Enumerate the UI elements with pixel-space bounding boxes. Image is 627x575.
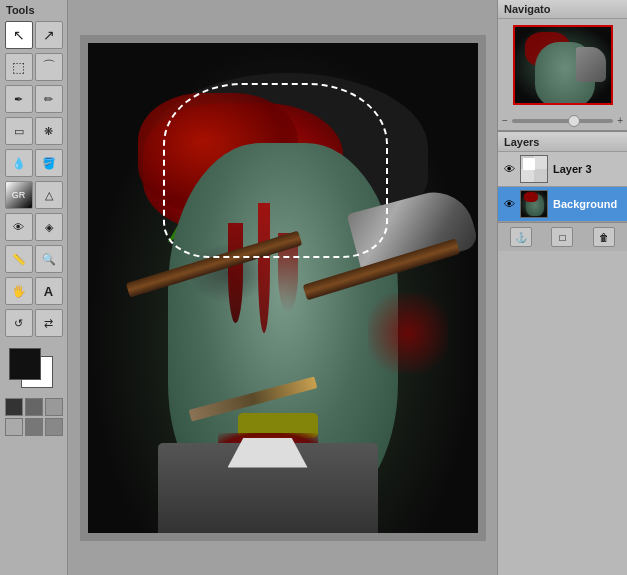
- layer-new-button[interactable]: □: [551, 227, 573, 247]
- layers-title: Layers: [498, 132, 627, 152]
- thumb-detail: [576, 47, 606, 82]
- tools-title: Tools: [2, 4, 35, 16]
- text-tool[interactable]: A: [35, 277, 63, 305]
- layers-actions-bar: ⚓ □ 🗑: [498, 222, 627, 251]
- tool-grid: [5, 398, 63, 436]
- canvas-container: [80, 35, 486, 541]
- zoom-in-tool[interactable]: 🔍: [35, 245, 63, 273]
- gradient-tool[interactable]: GR: [5, 181, 33, 209]
- blood-drip-2: [258, 203, 270, 333]
- navigator-section: Navigato − +: [498, 0, 627, 132]
- tool-row-10: ↺ ⇄: [4, 308, 64, 338]
- right-wound: [368, 293, 448, 373]
- tool-row-6: GR △: [4, 180, 64, 210]
- layer-anchor-button[interactable]: ⚓: [510, 227, 532, 247]
- brush-tool[interactable]: ✒: [5, 85, 33, 113]
- layer-name-layer3: Layer 3: [553, 163, 592, 175]
- path-tool[interactable]: △: [35, 181, 63, 209]
- rotate-tool[interactable]: ↺: [5, 309, 33, 337]
- canvas[interactable]: [88, 43, 478, 533]
- pencil-tool[interactable]: ✏: [35, 85, 63, 113]
- main-canvas-area: [68, 0, 497, 575]
- tools-panel: Tools ↖ ↗ ⬚ ⌒ ✒ ✏ ▭ ❋ 💧 🪣 GR △ 👁 ◈ 📏 🔍 🖐…: [0, 0, 68, 575]
- layer-item-layer3[interactable]: 👁 Layer 3: [498, 152, 627, 187]
- zoom-slider[interactable]: [512, 119, 613, 123]
- arrow-tool[interactable]: ↗: [35, 21, 63, 49]
- grid-item-3[interactable]: [45, 398, 63, 416]
- clone-tool[interactable]: ❋: [35, 117, 63, 145]
- tool-row-7: 👁 ◈: [4, 212, 64, 242]
- navigator-title: Navigato: [498, 0, 627, 19]
- lasso-tool[interactable]: ⌒: [35, 53, 63, 81]
- zoom-slider-thumb[interactable]: [568, 115, 580, 127]
- tool-row-9: 🖐 A: [4, 276, 64, 306]
- layer-name-background: Background: [553, 198, 617, 210]
- fill-tool[interactable]: 🪣: [35, 149, 63, 177]
- eraser-tool[interactable]: ▭: [5, 117, 33, 145]
- blood-drip-1: [228, 223, 243, 323]
- grid-item-1[interactable]: [5, 398, 23, 416]
- layer-eye-layer3[interactable]: 👁: [502, 162, 516, 176]
- move-tool[interactable]: ↖: [5, 21, 33, 49]
- navigator-thumbnail: [513, 25, 613, 105]
- tool-row-2: ⬚ ⌒: [4, 52, 64, 82]
- dodge-tool[interactable]: ◈: [35, 213, 63, 241]
- grid-item-5[interactable]: [25, 418, 43, 436]
- layer-thumbnail-layer3: [520, 155, 548, 183]
- navigator-zoom-controls: − +: [498, 111, 627, 130]
- grid-item-2[interactable]: [25, 398, 43, 416]
- tool-row-4: ▭ ❋: [4, 116, 64, 146]
- eyedropper-tool[interactable]: 💧: [5, 149, 33, 177]
- tool-row-8: 📏 🔍: [4, 244, 64, 274]
- color-swatches: [7, 346, 61, 390]
- layer-item-background[interactable]: 👁 Background: [498, 187, 627, 222]
- layer-eye-background[interactable]: 👁: [502, 197, 516, 211]
- rect-select-tool[interactable]: ⬚: [5, 53, 33, 81]
- zoom-in-icon[interactable]: +: [617, 115, 623, 126]
- tool-row-1: ↖ ↗: [4, 20, 64, 50]
- thumb-inner: [515, 27, 611, 103]
- zoom-out-icon[interactable]: −: [502, 115, 508, 126]
- layers-section: Layers 👁 Layer 3 👁 Background: [498, 132, 627, 575]
- layer-delete-button[interactable]: 🗑: [593, 227, 615, 247]
- grid-item-6[interactable]: [45, 418, 63, 436]
- grid-item-4[interactable]: [5, 418, 23, 436]
- layer-thumbnail-background: [520, 190, 548, 218]
- smudge-tool[interactable]: 👁: [5, 213, 33, 241]
- measure-tool[interactable]: 📏: [5, 245, 33, 273]
- right-panel: Navigato − + Layers 👁: [497, 0, 627, 575]
- tool-row-3: ✒ ✏: [4, 84, 64, 114]
- hand-tool[interactable]: 🖐: [5, 277, 33, 305]
- tool-row-5: 💧 🪣: [4, 148, 64, 178]
- warp-tool[interactable]: ⇄: [35, 309, 63, 337]
- foreground-color-swatch[interactable]: [9, 348, 41, 380]
